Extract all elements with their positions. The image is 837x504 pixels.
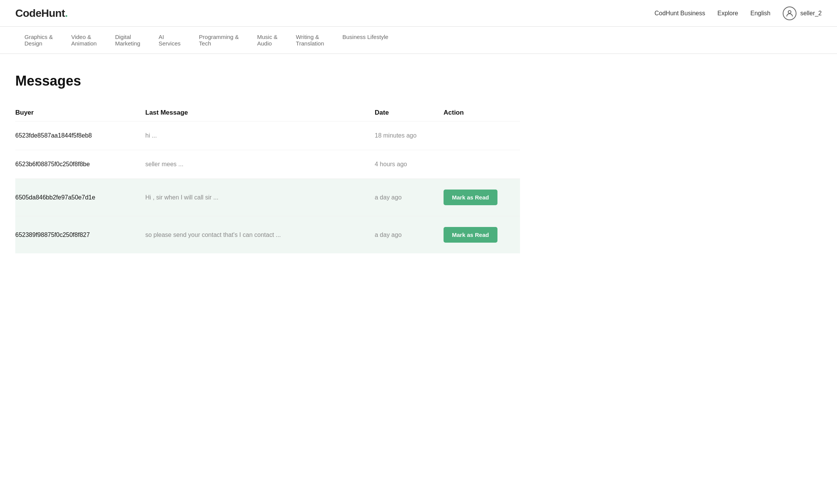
table-row: 6523fde8587aa1844f5f8eb8hi ...18 minutes… bbox=[15, 122, 520, 150]
buyer-cell: 6505da846bb2fe97a50e7d1e bbox=[15, 179, 145, 216]
buyer-cell: 6523b6f08875f0c250f8f8be bbox=[15, 150, 145, 179]
message-cell: Hi , sir when I will call sir ... bbox=[145, 179, 375, 216]
message-cell: hi ... bbox=[145, 122, 375, 150]
action-cell bbox=[444, 122, 520, 150]
date-cell: a day ago bbox=[375, 179, 444, 216]
action-cell: Mark as Read bbox=[444, 216, 520, 254]
category-nav-item-digital[interactable]: DigitalMarketing bbox=[106, 27, 150, 53]
action-cell bbox=[444, 150, 520, 179]
logo-dot: . bbox=[65, 7, 68, 19]
table-row: 652389f98875f0c250f8f827so please send y… bbox=[15, 216, 520, 254]
buyer-cell: 652389f98875f0c250f8f827 bbox=[15, 216, 145, 254]
category-nav-item-music[interactable]: Music &Audio bbox=[248, 27, 287, 53]
date-cell: a day ago bbox=[375, 216, 444, 254]
action-cell: Mark as Read bbox=[444, 179, 520, 216]
date-cell: 18 minutes ago bbox=[375, 122, 444, 150]
mark-as-read-button[interactable]: Mark as Read bbox=[444, 190, 497, 205]
user-menu[interactable]: seller_2 bbox=[783, 6, 822, 20]
category-nav-item-business[interactable]: Business Lifestyle bbox=[333, 27, 398, 47]
mark-as-read-button[interactable]: Mark as Read bbox=[444, 227, 497, 243]
nav-language[interactable]: English bbox=[750, 10, 770, 17]
header: CodeHunt. CodHunt Business Explore Engli… bbox=[0, 0, 837, 27]
svg-point-0 bbox=[788, 10, 791, 13]
date-cell: 4 hours ago bbox=[375, 150, 444, 179]
page-title: Messages bbox=[15, 73, 520, 89]
message-cell: so please send your contact that's I can… bbox=[145, 216, 375, 254]
nav-explore[interactable]: Explore bbox=[717, 10, 738, 17]
table-row: 6523b6f08875f0c250f8f8beseller mees ...4… bbox=[15, 150, 520, 179]
category-nav-item-writing[interactable]: Writing &Translation bbox=[287, 27, 333, 53]
nav-business[interactable]: CodHunt Business bbox=[655, 10, 705, 17]
col-header-last-message: Last Message bbox=[145, 104, 375, 122]
logo-text: CodeHunt bbox=[15, 7, 65, 19]
messages-table: Buyer Last Message Date Action 6523fde85… bbox=[15, 104, 520, 253]
col-header-action: Action bbox=[444, 104, 520, 122]
logo[interactable]: CodeHunt. bbox=[15, 7, 68, 19]
category-nav: Graphics &Design Video &Animation Digita… bbox=[0, 27, 837, 54]
header-nav: CodHunt Business Explore English seller_… bbox=[655, 6, 822, 20]
user-avatar-icon bbox=[783, 6, 796, 20]
username: seller_2 bbox=[800, 10, 822, 17]
table-header-row: Buyer Last Message Date Action bbox=[15, 104, 520, 122]
category-nav-item-ai[interactable]: AIServices bbox=[150, 27, 190, 53]
main-content: Messages Buyer Last Message Date Action … bbox=[0, 54, 535, 269]
buyer-cell: 6523fde8587aa1844f5f8eb8 bbox=[15, 122, 145, 150]
category-nav-item-video[interactable]: Video &Animation bbox=[62, 27, 106, 53]
col-header-buyer: Buyer bbox=[15, 104, 145, 122]
category-nav-item-graphics[interactable]: Graphics &Design bbox=[15, 27, 62, 53]
message-cell: seller mees ... bbox=[145, 150, 375, 179]
table-row: 6505da846bb2fe97a50e7d1eHi , sir when I … bbox=[15, 179, 520, 216]
category-nav-item-programming[interactable]: Programming &Tech bbox=[190, 27, 248, 53]
col-header-date: Date bbox=[375, 104, 444, 122]
